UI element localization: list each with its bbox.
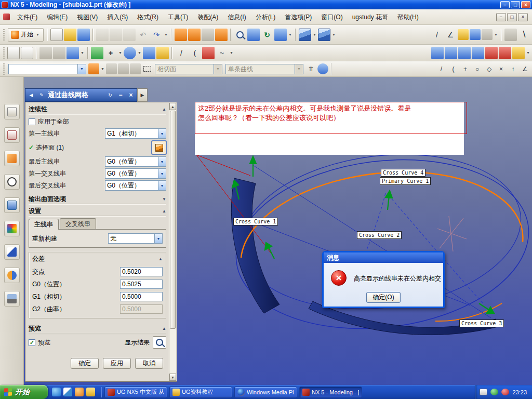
snap-quadrant-icon[interactable]: ◇: [484, 63, 495, 74]
g0-tolerance-input[interactable]: [120, 280, 163, 289]
scrollbar-thumb[interactable]: [170, 111, 176, 329]
snap-point-icon[interactable]: [88, 63, 99, 74]
dropdown-icon[interactable]: ▼: [163, 29, 169, 41]
task-button-ugnx5-book[interactable]: UG NX5 中文版 从入...: [104, 387, 167, 398]
notification-icon[interactable]: [501, 389, 509, 395]
show-result-button[interactable]: [153, 336, 166, 349]
mdi-minimize-button[interactable]: −: [496, 13, 506, 21]
menu-file[interactable]: 文件(F): [12, 11, 42, 23]
sketch-line-icon[interactable]: \: [518, 29, 530, 41]
cancel-button[interactable]: 取消: [135, 358, 163, 369]
first-cross-combo[interactable]: G0（位置） ▼: [105, 168, 166, 179]
dropdown-icon[interactable]: ▼: [117, 47, 123, 59]
dialog-header-bar[interactable]: ◀ ✎ 通过曲线网格 ↻ − ×: [25, 88, 137, 102]
tube-icon[interactable]: [512, 47, 525, 59]
scroll-down-icon[interactable]: ▼: [169, 374, 176, 381]
cut-icon[interactable]: [96, 29, 109, 41]
menu-ugstudy[interactable]: ugstudy 花哥: [348, 11, 393, 23]
rectangle-select-icon[interactable]: [142, 63, 153, 74]
redo-icon[interactable]: ↷: [150, 29, 163, 41]
back-icon[interactable]: ◀: [27, 91, 35, 99]
snap-midpoint-icon[interactable]: +: [460, 63, 471, 74]
curve-label-primary-1[interactable]: Primary Curve 1: [380, 177, 431, 185]
section-output-options[interactable]: 输出曲面选项 ▼: [29, 194, 166, 204]
dropdown-icon[interactable]: ▼: [525, 47, 531, 59]
datum-plane-icon[interactable]: [91, 47, 103, 59]
close-button[interactable]: ×: [521, 1, 530, 8]
dropdown-icon[interactable]: ▼: [229, 47, 234, 59]
dropdown-icon[interactable]: ▼: [100, 63, 105, 75]
through-curve-mesh-icon[interactable]: [458, 47, 471, 59]
apply-to-all-checkbox[interactable]: [29, 118, 35, 125]
mdi-close-button[interactable]: ×: [518, 13, 528, 21]
dropdown-icon[interactable]: ▼: [287, 29, 293, 41]
pen-icon[interactable]: [4, 244, 20, 260]
line-icon[interactable]: /: [175, 47, 188, 59]
scroll-up-icon[interactable]: ▲: [169, 103, 176, 110]
message-dialog-titlebar[interactable]: 消息: [324, 252, 443, 263]
combo-arrow-icon[interactable]: ▼: [158, 157, 166, 166]
assembly-navigator-icon[interactable]: [4, 104, 20, 119]
select-all-icon[interactable]: [106, 63, 117, 74]
collapse-icon[interactable]: ▲: [162, 209, 166, 214]
undo-icon[interactable]: ↶: [137, 29, 149, 41]
roles-icon[interactable]: [4, 268, 20, 283]
last-primary-combo[interactable]: G0（位置） ▼: [105, 156, 166, 167]
toolbar-grip[interactable]: [2, 47, 6, 59]
cursor-icon[interactable]: ∠: [520, 63, 530, 74]
spline-icon[interactable]: ~: [216, 47, 228, 59]
sphere-icon[interactable]: [124, 47, 136, 59]
reset-icon[interactable]: ↻: [106, 91, 114, 99]
g1-tolerance-input[interactable]: [120, 292, 163, 301]
snap-intersection-icon[interactable]: ×: [496, 63, 507, 74]
ruled-surface-icon[interactable]: [431, 47, 444, 59]
snap-endpoint-icon[interactable]: /: [436, 63, 447, 74]
up-level-icon[interactable]: ⇈: [305, 63, 316, 74]
window-layout-icon[interactable]: [175, 29, 187, 41]
title-bar[interactable]: NX 5 - Modeling - [shubiao1.prt (修改的) ] …: [0, 0, 532, 9]
profile-icon[interactable]: [202, 47, 215, 59]
cylinder-icon[interactable]: [156, 47, 169, 59]
zoom-icon[interactable]: [234, 29, 246, 41]
forward-icon[interactable]: ▶: [137, 88, 148, 102]
dropdown-icon[interactable]: ▼: [331, 29, 337, 41]
task-button-ug-folder[interactable]: UG资料教程: [169, 387, 232, 398]
section-preview[interactable]: 预览 ▲: [29, 324, 166, 334]
dialog-close-icon[interactable]: ×: [127, 91, 135, 99]
combo-arrow-icon[interactable]: ▼: [158, 181, 166, 190]
tab-primary-string[interactable]: 主线串: [29, 219, 59, 230]
task-button-nx5[interactable]: NX 5 - Modeling - [sh...: [299, 387, 362, 398]
taskbar-clock[interactable]: 23:23: [512, 389, 527, 395]
compass-icon[interactable]: [66, 47, 79, 59]
layer-settings-icon[interactable]: [39, 47, 52, 59]
menu-assemblies[interactable]: 装配(A): [193, 11, 223, 23]
antivirus-icon[interactable]: [490, 389, 498, 395]
ruler-icon[interactable]: [504, 29, 517, 41]
combo-arrow-icon[interactable]: ▼: [77, 64, 86, 74]
minimize-button[interactable]: −: [500, 1, 510, 8]
tangent-face-combo[interactable]: 相切面 ▼: [155, 64, 222, 74]
menu-window[interactable]: 窗口(O): [316, 11, 347, 23]
through-curves-icon[interactable]: [445, 47, 457, 59]
dialog-header[interactable]: ◀ ✎ 通过曲线网格 ↻ − × ▶: [25, 88, 148, 102]
open-part-icon[interactable]: [64, 29, 76, 41]
menu-insert[interactable]: 插入(S): [102, 11, 132, 23]
snap-line-icon[interactable]: /: [431, 29, 443, 41]
section-surface-icon[interactable]: [485, 47, 498, 59]
snap-existing-point-icon[interactable]: ↑: [508, 63, 518, 74]
work-view-icon[interactable]: [202, 29, 214, 41]
view-book-icon[interactable]: [53, 47, 65, 59]
rebuild-combo[interactable]: 无 ▼: [108, 233, 163, 244]
dropdown-icon[interactable]: ▼: [79, 47, 85, 59]
first-primary-combo[interactable]: G1（相切） ▼: [105, 128, 166, 139]
block-icon[interactable]: [143, 47, 155, 59]
snap-angle-icon[interactable]: ∠: [444, 29, 457, 41]
history-clock-icon[interactable]: [4, 174, 20, 190]
dialog-scrollbar[interactable]: ▲ ▼: [169, 103, 176, 381]
zoom-in-out-icon[interactable]: [247, 29, 260, 41]
intersection-tolerance-input[interactable]: [120, 267, 163, 276]
last-cross-combo[interactable]: G0（位置） ▼: [105, 180, 166, 191]
dropdown-icon[interactable]: ▼: [137, 47, 142, 59]
section-continuity[interactable]: 连续性 ▲: [29, 104, 166, 114]
copy-icon[interactable]: [110, 29, 122, 41]
